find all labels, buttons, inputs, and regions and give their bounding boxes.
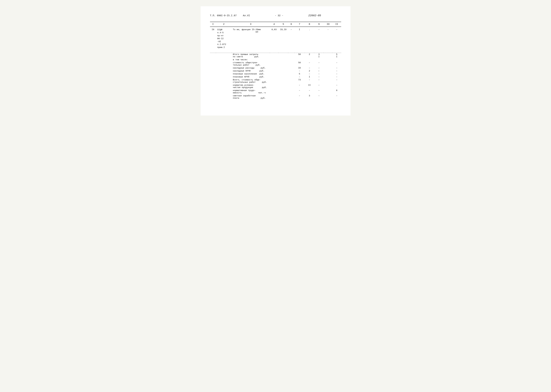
summary-itogo-col5 xyxy=(278,53,288,58)
summary-itogo-col6 xyxy=(288,53,294,58)
sheet-id: Ал.VI xyxy=(243,14,250,17)
row-i8-col11: – xyxy=(332,27,341,50)
itogo-label-l2: по смете xyxy=(233,56,243,58)
col-header-5: 5 xyxy=(278,22,288,27)
summary-row-nakladnie: накладные расходы руб. IO – – – xyxy=(210,67,341,70)
vtomchisle-label: в том числе: xyxy=(231,58,270,61)
summary-itogo-col10 xyxy=(324,53,332,58)
summary-row-itogo: Итого прямые затраты по смете руб. 58 2 … xyxy=(210,53,341,58)
page-number: - 32 - xyxy=(275,14,283,17)
stoimost-unit: руб. xyxy=(256,64,261,66)
smetnaya-label: сметная заработнаяплата руб. xyxy=(231,94,270,100)
row-i8-unit: м3 xyxy=(256,31,258,33)
table-header-row: I 2 3 4 5 6 7 8 9 IO II xyxy=(210,22,341,27)
row-i8-col4: 0,03 xyxy=(270,27,279,50)
row-i8-col1: I8 xyxy=(210,27,216,50)
page: Т.П. 090I-9-I5.I.87 Ал.VI - 32 - 22662-0… xyxy=(201,6,350,116)
normativ-label: норматив.условно-чистая продукция руб. xyxy=(231,84,270,89)
row-i8-col7: I xyxy=(294,27,305,50)
table-row-i8: I8 ССЦМп.4-5пр-нт06-I2-0Iп.I-072прим.I Т… xyxy=(210,27,341,50)
summary-itogo-col9: 3I xyxy=(314,53,324,58)
row-i8-col10: - xyxy=(324,27,332,50)
col-header-11: II xyxy=(332,22,341,27)
summary-itogo-col2 xyxy=(216,53,231,58)
nakladnie-label: накладные расходы руб. xyxy=(231,67,270,70)
page-header: Т.П. 090I-9-I5.I.87 Ал.VI - 32 - 22662-0… xyxy=(210,14,341,17)
summary-row-smetnaya: сметная заработнаяплата руб. – 3 – – xyxy=(210,94,341,100)
drawing-number: 22662-05 xyxy=(308,14,321,17)
summary-row-planovie-nuchp: плановые НУЧП руб. – I – – xyxy=(210,75,341,78)
row-i8-col3: То же, фракции I5-20мм м3 xyxy=(231,27,270,50)
summary-itogo-col7: 58 xyxy=(294,53,305,58)
planovie-nuchp-label: плановые НУЧП руб. xyxy=(231,75,270,78)
summary-row-nakladnie-nuchp: накладные НУЧП руб. – 2 ← – xyxy=(210,70,341,72)
col-header-1: I xyxy=(210,22,216,27)
row-i8-col8: . xyxy=(305,27,314,50)
stoimost-label: стоимость общестрои-тельных работ руб. xyxy=(231,61,270,67)
summary-itogo-col8: 2 xyxy=(305,53,314,58)
col-header-8: 8 xyxy=(305,22,314,27)
nakladnie-nuchp-label: накладные НУЧП руб. xyxy=(231,70,270,72)
summary-itogo-col1 xyxy=(210,53,216,58)
col-header-3: 3 xyxy=(231,22,270,27)
main-table: I 2 3 4 5 6 7 8 9 IO II I8 ССЦМп.4-5пр-н… xyxy=(210,22,341,100)
trudo-label: нормативная трудо-емкость чел.-ч xyxy=(231,89,270,94)
doc-ref: Т.П. 090I-9-I5.I.87 xyxy=(210,14,237,17)
col-header-7: 7 xyxy=(294,22,305,27)
summary-row-normativ: норматив.условно-чистая продукция руб. –… xyxy=(210,84,341,89)
col-header-6: 6 xyxy=(288,22,294,27)
summary-itogo-col3: Итого прямые затраты по смете руб. xyxy=(231,53,270,58)
row-i8-col2: ССЦМп.4-5пр-нт06-I2-0Iп.I-072прим.I xyxy=(216,27,231,50)
row-i8-col6: – xyxy=(288,27,294,50)
row-i8-col9: – xyxy=(314,27,324,50)
planovie-nakop-label: плановые накопления руб. xyxy=(231,72,270,75)
vsego-label: Всего, стоимость обще-строительных работ… xyxy=(231,78,270,84)
row-i8-desc-line1: То же, фракции I5-20мм xyxy=(233,28,261,31)
summary-itogo-col4 xyxy=(270,53,279,58)
summary-itogo-col11: 5I xyxy=(332,53,341,58)
col-header-4: 4 xyxy=(270,22,279,27)
summary-row-normativnaya-trudo: нормативная трудо-емкость чел.-ч – – – 6 xyxy=(210,89,341,94)
summary-row-planovie-nakop: плановые накопления руб. 5 – – – xyxy=(210,72,341,75)
row-i8-col5: IO,IO xyxy=(278,27,288,50)
itogo-label-l1: Итого прямые затраты xyxy=(233,53,258,56)
summary-row-vtomchisle: в том числе: xyxy=(210,58,341,61)
summary-row-stoimost: стоимость общестрои-тельных работ руб. 5… xyxy=(210,61,341,67)
itogo-unit: руб. xyxy=(254,56,259,58)
summary-row-vsego: Всего, стоимость обще-строительных работ… xyxy=(210,78,341,84)
spacer-row-1 xyxy=(210,50,341,53)
col-header-10: IO xyxy=(324,22,332,27)
col-header-9: 9 xyxy=(314,22,324,27)
col-header-2: 2 xyxy=(216,22,231,27)
